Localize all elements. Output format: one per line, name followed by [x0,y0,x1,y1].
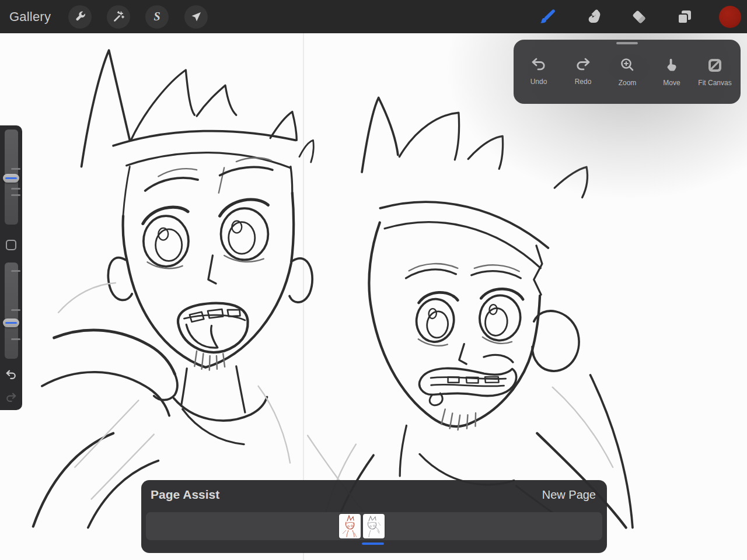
top-toolbar: Gallery S [0,0,747,33]
quick-menu-panel: Undo Redo Zoom Move Fit Canvas [514,40,741,104]
arrow-cursor-icon [189,10,203,24]
page-filmstrip[interactable] [146,512,602,540]
undo-arrow-icon [530,57,547,72]
panel-drag-handle[interactable] [616,42,638,44]
brush-icon [537,7,557,27]
layers-icon [675,7,694,27]
character-1-sketch [33,50,313,527]
redo-arrow-icon [7,394,15,401]
new-page-button[interactable]: New Page [542,488,596,502]
brush-sidebar [0,125,22,410]
pointing-hand-icon [664,57,680,74]
layers-button[interactable] [674,6,695,27]
undo-button[interactable]: Undo [516,57,561,86]
magnifier-plus-icon [619,57,636,74]
page-assist-title: Page Assist [151,488,219,502]
page-1-sketch-preview [339,514,361,538]
redo-button[interactable]: Redo [561,57,605,86]
modify-square-button[interactable] [6,240,16,250]
brush-opacity-handle[interactable] [3,318,19,327]
page-assist-panel: Page Assist New Page [141,480,607,553]
svg-text:S: S [153,10,160,23]
move-button[interactable]: Move [650,57,694,87]
transform-button[interactable] [184,5,208,29]
redo-arrow-icon [574,57,592,72]
fit-canvas-icon [707,57,723,74]
page-2-sketch-preview [363,514,385,538]
selection-button[interactable]: S [145,5,169,29]
smudge-tool-button[interactable] [583,6,604,27]
gallery-button[interactable]: Gallery [9,0,51,33]
zoom-button[interactable]: Zoom [605,57,650,87]
sidebar-redo-button[interactable] [5,391,18,404]
adjustments-button[interactable] [107,5,130,29]
fit-canvas-button[interactable]: Fit Canvas [693,57,737,87]
page-thumbnail-2[interactable] [363,514,385,538]
page-thumbnail-1[interactable] [339,514,361,538]
actions-button[interactable] [68,5,92,29]
active-page-indicator [362,542,384,545]
magic-wand-icon [111,10,125,24]
undo-arrow-icon [7,371,15,379]
wrench-icon [73,10,87,24]
smudge-finger-icon [584,7,603,27]
s-curve-icon: S [150,10,164,24]
erase-tool-button[interactable] [629,6,650,27]
eraser-icon [629,7,649,27]
character-2-sketch [308,97,633,528]
color-swatch[interactable] [719,6,741,28]
sidebar-undo-button[interactable] [5,369,18,382]
brush-opacity-slider[interactable] [5,262,18,359]
brush-size-handle[interactable] [3,174,19,183]
paint-tool-button[interactable] [537,6,558,27]
